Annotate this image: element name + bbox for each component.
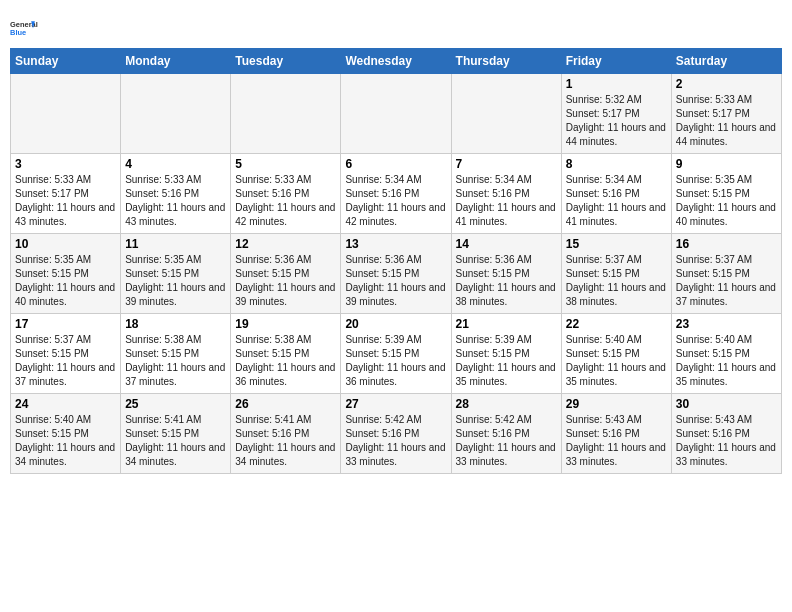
day-info: Sunrise: 5:42 AMSunset: 5:16 PMDaylight:…: [456, 413, 557, 469]
calendar-cell: 13Sunrise: 5:36 AMSunset: 5:15 PMDayligh…: [341, 234, 451, 314]
calendar-cell: 3Sunrise: 5:33 AMSunset: 5:17 PMDaylight…: [11, 154, 121, 234]
calendar-week-row: 3Sunrise: 5:33 AMSunset: 5:17 PMDaylight…: [11, 154, 782, 234]
day-info: Sunrise: 5:34 AMSunset: 5:16 PMDaylight:…: [456, 173, 557, 229]
calendar-cell: 22Sunrise: 5:40 AMSunset: 5:15 PMDayligh…: [561, 314, 671, 394]
calendar-cell: 14Sunrise: 5:36 AMSunset: 5:15 PMDayligh…: [451, 234, 561, 314]
calendar-week-row: 1Sunrise: 5:32 AMSunset: 5:17 PMDaylight…: [11, 74, 782, 154]
svg-text:Blue: Blue: [10, 28, 26, 37]
calendar-cell: 11Sunrise: 5:35 AMSunset: 5:15 PMDayligh…: [121, 234, 231, 314]
calendar-cell: [11, 74, 121, 154]
day-number: 11: [125, 237, 226, 251]
calendar-cell: [341, 74, 451, 154]
calendar-cell: 28Sunrise: 5:42 AMSunset: 5:16 PMDayligh…: [451, 394, 561, 474]
day-number: 7: [456, 157, 557, 171]
day-number: 26: [235, 397, 336, 411]
day-info: Sunrise: 5:42 AMSunset: 5:16 PMDaylight:…: [345, 413, 446, 469]
calendar-cell: [451, 74, 561, 154]
calendar-cell: 27Sunrise: 5:42 AMSunset: 5:16 PMDayligh…: [341, 394, 451, 474]
day-info: Sunrise: 5:35 AMSunset: 5:15 PMDaylight:…: [15, 253, 116, 309]
weekday-header: Thursday: [451, 49, 561, 74]
day-number: 22: [566, 317, 667, 331]
calendar-cell: 26Sunrise: 5:41 AMSunset: 5:16 PMDayligh…: [231, 394, 341, 474]
day-info: Sunrise: 5:43 AMSunset: 5:16 PMDaylight:…: [676, 413, 777, 469]
day-info: Sunrise: 5:36 AMSunset: 5:15 PMDaylight:…: [235, 253, 336, 309]
day-number: 8: [566, 157, 667, 171]
calendar-week-row: 10Sunrise: 5:35 AMSunset: 5:15 PMDayligh…: [11, 234, 782, 314]
calendar-cell: 19Sunrise: 5:38 AMSunset: 5:15 PMDayligh…: [231, 314, 341, 394]
day-info: Sunrise: 5:38 AMSunset: 5:15 PMDaylight:…: [125, 333, 226, 389]
calendar-cell: 4Sunrise: 5:33 AMSunset: 5:16 PMDaylight…: [121, 154, 231, 234]
day-number: 25: [125, 397, 226, 411]
page-header: GeneralBlue: [10, 10, 782, 42]
calendar-cell: 21Sunrise: 5:39 AMSunset: 5:15 PMDayligh…: [451, 314, 561, 394]
calendar-cell: 2Sunrise: 5:33 AMSunset: 5:17 PMDaylight…: [671, 74, 781, 154]
calendar-cell: 8Sunrise: 5:34 AMSunset: 5:16 PMDaylight…: [561, 154, 671, 234]
calendar-week-row: 24Sunrise: 5:40 AMSunset: 5:15 PMDayligh…: [11, 394, 782, 474]
calendar-cell: 12Sunrise: 5:36 AMSunset: 5:15 PMDayligh…: [231, 234, 341, 314]
logo: GeneralBlue: [10, 14, 38, 42]
day-info: Sunrise: 5:40 AMSunset: 5:15 PMDaylight:…: [15, 413, 116, 469]
calendar-cell: 23Sunrise: 5:40 AMSunset: 5:15 PMDayligh…: [671, 314, 781, 394]
day-info: Sunrise: 5:37 AMSunset: 5:15 PMDaylight:…: [676, 253, 777, 309]
day-number: 19: [235, 317, 336, 331]
calendar-cell: 6Sunrise: 5:34 AMSunset: 5:16 PMDaylight…: [341, 154, 451, 234]
day-info: Sunrise: 5:33 AMSunset: 5:16 PMDaylight:…: [125, 173, 226, 229]
day-info: Sunrise: 5:41 AMSunset: 5:16 PMDaylight:…: [235, 413, 336, 469]
day-info: Sunrise: 5:36 AMSunset: 5:15 PMDaylight:…: [456, 253, 557, 309]
day-number: 16: [676, 237, 777, 251]
calendar-cell: 15Sunrise: 5:37 AMSunset: 5:15 PMDayligh…: [561, 234, 671, 314]
day-number: 9: [676, 157, 777, 171]
weekday-header: Sunday: [11, 49, 121, 74]
weekday-row: SundayMondayTuesdayWednesdayThursdayFrid…: [11, 49, 782, 74]
calendar-cell: 5Sunrise: 5:33 AMSunset: 5:16 PMDaylight…: [231, 154, 341, 234]
calendar-cell: 9Sunrise: 5:35 AMSunset: 5:15 PMDaylight…: [671, 154, 781, 234]
calendar-cell: 16Sunrise: 5:37 AMSunset: 5:15 PMDayligh…: [671, 234, 781, 314]
logo-icon: GeneralBlue: [10, 14, 38, 42]
day-number: 5: [235, 157, 336, 171]
day-number: 6: [345, 157, 446, 171]
day-number: 12: [235, 237, 336, 251]
day-number: 20: [345, 317, 446, 331]
day-info: Sunrise: 5:33 AMSunset: 5:17 PMDaylight:…: [15, 173, 116, 229]
day-number: 4: [125, 157, 226, 171]
calendar-cell: 17Sunrise: 5:37 AMSunset: 5:15 PMDayligh…: [11, 314, 121, 394]
day-info: Sunrise: 5:33 AMSunset: 5:16 PMDaylight:…: [235, 173, 336, 229]
day-number: 24: [15, 397, 116, 411]
day-number: 15: [566, 237, 667, 251]
day-number: 2: [676, 77, 777, 91]
day-number: 27: [345, 397, 446, 411]
day-number: 14: [456, 237, 557, 251]
day-info: Sunrise: 5:39 AMSunset: 5:15 PMDaylight:…: [456, 333, 557, 389]
day-number: 30: [676, 397, 777, 411]
weekday-header: Saturday: [671, 49, 781, 74]
day-number: 18: [125, 317, 226, 331]
weekday-header: Monday: [121, 49, 231, 74]
day-info: Sunrise: 5:35 AMSunset: 5:15 PMDaylight:…: [676, 173, 777, 229]
weekday-header: Wednesday: [341, 49, 451, 74]
calendar-cell: 18Sunrise: 5:38 AMSunset: 5:15 PMDayligh…: [121, 314, 231, 394]
day-info: Sunrise: 5:43 AMSunset: 5:16 PMDaylight:…: [566, 413, 667, 469]
calendar-week-row: 17Sunrise: 5:37 AMSunset: 5:15 PMDayligh…: [11, 314, 782, 394]
day-number: 3: [15, 157, 116, 171]
day-info: Sunrise: 5:40 AMSunset: 5:15 PMDaylight:…: [566, 333, 667, 389]
day-info: Sunrise: 5:33 AMSunset: 5:17 PMDaylight:…: [676, 93, 777, 149]
calendar-cell: 25Sunrise: 5:41 AMSunset: 5:15 PMDayligh…: [121, 394, 231, 474]
calendar-header: SundayMondayTuesdayWednesdayThursdayFrid…: [11, 49, 782, 74]
day-number: 1: [566, 77, 667, 91]
day-info: Sunrise: 5:41 AMSunset: 5:15 PMDaylight:…: [125, 413, 226, 469]
day-info: Sunrise: 5:34 AMSunset: 5:16 PMDaylight:…: [345, 173, 446, 229]
weekday-header: Tuesday: [231, 49, 341, 74]
day-info: Sunrise: 5:34 AMSunset: 5:16 PMDaylight:…: [566, 173, 667, 229]
day-number: 10: [15, 237, 116, 251]
calendar-body: 1Sunrise: 5:32 AMSunset: 5:17 PMDaylight…: [11, 74, 782, 474]
calendar-cell: 1Sunrise: 5:32 AMSunset: 5:17 PMDaylight…: [561, 74, 671, 154]
day-info: Sunrise: 5:37 AMSunset: 5:15 PMDaylight:…: [566, 253, 667, 309]
day-info: Sunrise: 5:32 AMSunset: 5:17 PMDaylight:…: [566, 93, 667, 149]
calendar-cell: 20Sunrise: 5:39 AMSunset: 5:15 PMDayligh…: [341, 314, 451, 394]
calendar-table: SundayMondayTuesdayWednesdayThursdayFrid…: [10, 48, 782, 474]
day-number: 28: [456, 397, 557, 411]
calendar-cell: 24Sunrise: 5:40 AMSunset: 5:15 PMDayligh…: [11, 394, 121, 474]
weekday-header: Friday: [561, 49, 671, 74]
calendar-cell: [231, 74, 341, 154]
calendar-cell: 30Sunrise: 5:43 AMSunset: 5:16 PMDayligh…: [671, 394, 781, 474]
